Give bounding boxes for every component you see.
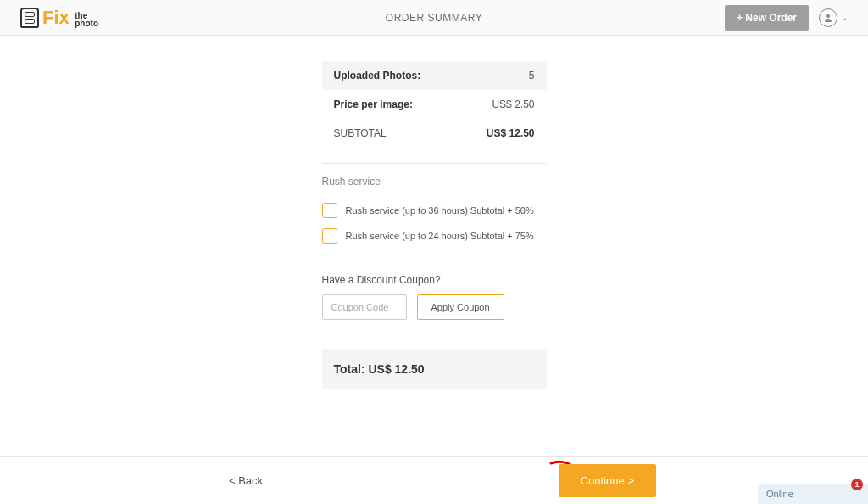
rush-option-24h-row: Rush service (up to 24 hours) Subtotal +… (322, 223, 547, 249)
apply-coupon-button[interactable]: Apply Coupon (417, 294, 504, 320)
coupon-title: Have a Discount Coupon? (322, 274, 547, 286)
rush-24h-label: Rush service (up to 24 hours) Subtotal +… (346, 231, 534, 241)
price-per-image-row: Price per image: US$ 2.50 (322, 90, 547, 119)
rush-option-36h-row: Rush service (up to 36 hours) Subtotal +… (322, 198, 547, 223)
main-content: Uploaded Photos: 5 Price per image: US$ … (0, 36, 868, 389)
footer: < Back Continue > (0, 456, 868, 504)
coupon-code-input[interactable] (322, 294, 407, 320)
page-title: ORDER SUMMARY (386, 12, 482, 24)
continue-button[interactable]: Continue > (559, 464, 656, 497)
chevron-down-icon: ⌄ (841, 13, 848, 22)
divider (322, 163, 547, 164)
new-order-button[interactable]: + New Order (725, 5, 809, 31)
header: Fix thephoto ORDER SUMMARY + New Order ⌄ (0, 0, 868, 36)
header-right: + New Order ⌄ (725, 5, 848, 31)
uploaded-photos-row: Uploaded Photos: 5 (322, 61, 547, 90)
user-menu[interactable]: ⌄ (819, 8, 848, 27)
price-per-image-label: Price per image: (334, 98, 413, 110)
uploaded-photos-label: Uploaded Photos: (334, 70, 421, 81)
coupon-row: Apply Coupon (322, 294, 547, 320)
price-per-image-value: US$ 2.50 (492, 98, 534, 110)
coupon-section: Have a Discount Coupon? Apply Coupon (322, 274, 547, 320)
subtotal-value: US$ 12.50 (487, 127, 535, 139)
subtotal-label: SUBTOTAL (334, 127, 387, 139)
subtotal-row: SUBTOTAL US$ 12.50 (322, 119, 547, 148)
back-button[interactable]: < Back (229, 474, 263, 487)
user-icon (819, 8, 837, 27)
svg-point-0 (826, 14, 830, 18)
uploaded-photos-value: 5 (529, 70, 535, 81)
rush-36h-label: Rush service (up to 36 hours) Subtotal +… (346, 205, 534, 216)
logo[interactable]: Fix thephoto (20, 7, 98, 29)
chat-widget[interactable]: Online 1 (758, 484, 868, 504)
rush-24h-checkbox[interactable] (322, 228, 337, 244)
rush-36h-checkbox[interactable] (322, 203, 337, 218)
chat-notification-badge: 1 (851, 479, 863, 490)
order-summary-card: Uploaded Photos: 5 Price per image: US$ … (322, 61, 547, 389)
logo-text-sub: thephoto (75, 12, 98, 27)
logo-icon (20, 8, 39, 28)
rush-service-title: Rush service (322, 176, 547, 198)
total-label: Total: US$ 12.50 (334, 362, 425, 376)
logo-text-fix: Fix (42, 7, 70, 28)
chat-status: Online (766, 489, 793, 499)
total-row: Total: US$ 12.50 (322, 349, 547, 389)
